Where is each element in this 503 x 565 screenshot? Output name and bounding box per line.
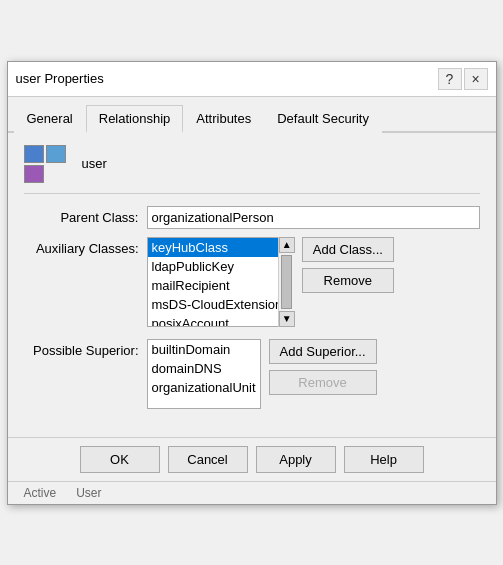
tab-default-security[interactable]: Default Security: [264, 105, 382, 133]
dialog-title: user Properties: [16, 71, 104, 86]
auxiliary-listbox-wrapper: keyHubClass ldapPublicKey mailRecipient …: [147, 237, 294, 327]
list-item[interactable]: mailRecipient: [148, 276, 293, 295]
add-superior-button[interactable]: Add Superior...: [269, 339, 377, 364]
bottom-hint-right: User: [76, 486, 101, 500]
apply-button[interactable]: Apply: [256, 446, 336, 473]
scrollbar-thumb[interactable]: [281, 255, 292, 309]
list-item[interactable]: builtinDomain: [148, 340, 260, 359]
class-icon: [24, 145, 66, 183]
list-item[interactable]: ldapPublicKey: [148, 257, 293, 276]
ok-button[interactable]: OK: [80, 446, 160, 473]
superior-buttons: Add Superior... Remove: [269, 339, 377, 395]
superior-listbox-wrapper: builtinDomain domainDNS organizationalUn…: [147, 339, 261, 409]
possible-superior-label: Possible Superior:: [24, 339, 139, 358]
help-title-button[interactable]: ?: [438, 68, 462, 90]
dialog: user Properties ? × General Relationship…: [7, 61, 497, 505]
icon-box-1: [24, 145, 44, 163]
icon-row-top: [24, 145, 66, 163]
auxiliary-scrollbar[interactable]: ▲ ▼: [278, 237, 294, 327]
auxiliary-classes-label: Auxiliary Classes:: [24, 237, 139, 256]
tab-content: user Parent Class: Auxiliary Classes: ke…: [8, 133, 496, 429]
auxiliary-listbox[interactable]: keyHubClass ldapPublicKey mailRecipient …: [147, 237, 294, 327]
auxiliary-listbox-container: keyHubClass ldapPublicKey mailRecipient …: [147, 237, 394, 327]
list-item[interactable]: keyHubClass: [148, 238, 293, 257]
cancel-button[interactable]: Cancel: [168, 446, 248, 473]
possible-superior-row: Possible Superior: builtinDomain domainD…: [24, 339, 480, 409]
tab-attributes[interactable]: Attributes: [183, 105, 264, 133]
bottom-hint-left: Active: [24, 486, 57, 500]
scrollbar-down-icon[interactable]: ▼: [279, 311, 295, 327]
dialog-footer: OK Cancel Apply Help: [8, 437, 496, 481]
tab-bar: General Relationship Attributes Default …: [8, 97, 496, 133]
class-label: user: [82, 156, 107, 171]
superior-listbox-container: builtinDomain domainDNS organizationalUn…: [147, 339, 377, 409]
close-button[interactable]: ×: [464, 68, 488, 90]
class-header: user: [24, 145, 480, 194]
scrollbar-up-icon[interactable]: ▲: [279, 237, 295, 253]
title-bar-left: user Properties: [16, 71, 104, 86]
title-bar: user Properties ? ×: [8, 62, 496, 97]
add-class-button[interactable]: Add Class...: [302, 237, 394, 262]
auxiliary-classes-row: Auxiliary Classes: keyHubClass ldapPubli…: [24, 237, 480, 327]
list-item[interactable]: msDS-CloudExtensions: [148, 295, 293, 314]
remove-sup-button[interactable]: Remove: [269, 370, 377, 395]
list-item[interactable]: domainDNS: [148, 359, 260, 378]
parent-class-row: Parent Class:: [24, 206, 480, 229]
parent-class-control: [147, 206, 480, 229]
remove-aux-button[interactable]: Remove: [302, 268, 394, 293]
title-buttons: ? ×: [438, 68, 488, 90]
parent-class-label: Parent Class:: [24, 206, 139, 225]
tab-relationship[interactable]: Relationship: [86, 105, 184, 133]
superior-listbox[interactable]: builtinDomain domainDNS organizationalUn…: [147, 339, 261, 409]
icon-box-2: [46, 145, 66, 163]
list-item[interactable]: organizationalUnit: [148, 378, 260, 397]
icon-row-bottom: [24, 165, 66, 183]
icon-box-3: [24, 165, 44, 183]
help-button[interactable]: Help: [344, 446, 424, 473]
parent-class-input[interactable]: [147, 206, 480, 229]
auxiliary-buttons: Add Class... Remove: [302, 237, 394, 293]
tab-general[interactable]: General: [14, 105, 86, 133]
bottom-hint-bar: Active User: [8, 481, 496, 504]
list-item[interactable]: posixAccount: [148, 314, 293, 327]
